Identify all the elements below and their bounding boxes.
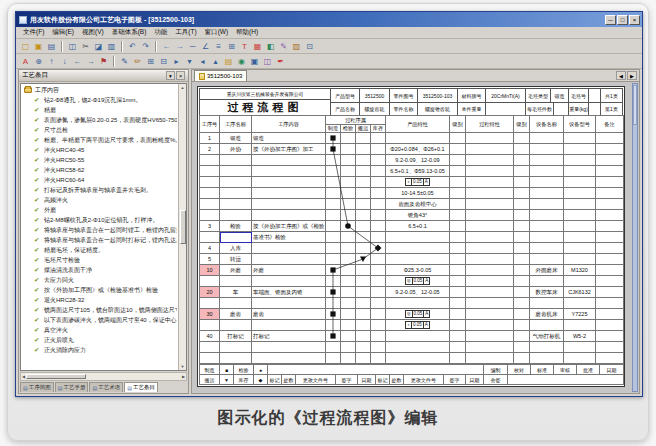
note-cell[interactable] — [596, 254, 624, 265]
flow-symbol-cell[interactable] — [371, 298, 386, 309]
flow-symbol-cell[interactable] — [341, 144, 356, 155]
op-number-cell[interactable] — [200, 342, 220, 353]
equipment-model-cell[interactable] — [564, 210, 596, 221]
op-name-cell[interactable]: 打标记 — [220, 331, 252, 342]
process-characteristic-cell[interactable] — [466, 276, 514, 287]
note-cell[interactable] — [596, 243, 624, 254]
note-cell[interactable] — [596, 342, 624, 353]
equipment-name-cell[interactable] — [530, 199, 564, 210]
flow-symbol-cell[interactable] — [341, 133, 356, 144]
header-field[interactable]: 螺旋齿轮 — [359, 102, 389, 115]
note-cell[interactable] — [596, 331, 624, 342]
note-cell[interactable] — [596, 166, 624, 177]
flow-symbol-cell[interactable] — [371, 144, 386, 155]
op-content-cell[interactable]: 基准书》检验 — [252, 232, 326, 243]
note-cell[interactable] — [596, 199, 624, 210]
equipment-model-cell[interactable] — [564, 298, 596, 309]
flow-symbol-cell[interactable] — [326, 221, 341, 232]
menu-item-6[interactable]: 工具(T) — [171, 28, 200, 37]
equipment-name-cell[interactable] — [530, 298, 564, 309]
op-number-cell[interactable]: 5 — [200, 254, 220, 265]
tree-item[interactable]: ✔将轴承座与轴承盖合在一起同时镗工，粗镗内孔留量。 — [23, 225, 177, 235]
tree-item[interactable]: ✔钻2-M8螺纹孔及2-Φ10定位销孔，打样冲。 — [23, 215, 177, 225]
op-name-cell[interactable] — [220, 298, 252, 309]
flow-symbol-cell[interactable] — [356, 199, 371, 210]
op-content-cell[interactable] — [252, 243, 326, 254]
document-tab[interactable]: 3512500-103 — [194, 70, 247, 81]
copy2-icon[interactable]: ◫ — [262, 55, 274, 67]
flow-symbol-cell[interactable] — [341, 276, 356, 287]
flow-symbol-cell[interactable] — [371, 309, 386, 320]
line-icon[interactable]: ─ — [187, 40, 199, 52]
op-content-cell[interactable]: 磨齿 — [252, 309, 326, 320]
product-characteristic-cell[interactable]: ◎0.05A — [386, 276, 450, 287]
op-number-cell[interactable]: 1 — [200, 133, 220, 144]
op-name-cell[interactable] — [220, 188, 252, 199]
header-field[interactable]: 第1页 — [600, 102, 622, 115]
tree-vertical-scrollbar[interactable]: ▲ ▼ — [178, 84, 186, 370]
note-cell[interactable] — [596, 177, 624, 188]
process-characteristic-cell[interactable] — [466, 144, 514, 155]
tree-item[interactable]: ✔淬火HRC60-64 — [23, 175, 177, 185]
flow-symbol-cell[interactable] — [326, 276, 341, 287]
stamp-icon[interactable]: ▨ — [291, 40, 303, 52]
op-number-cell[interactable]: 3 — [200, 221, 220, 232]
note-cell[interactable] — [596, 144, 624, 155]
op-number-cell[interactable] — [200, 232, 220, 243]
tree-item[interactable]: ✔正火消除内应力 — [23, 345, 177, 355]
equipment-name-cell[interactable] — [530, 210, 564, 221]
tree-item[interactable]: ✔铣两面达尺寸105，铣台阶面达10，铣两侧面达尺寸。 — [23, 305, 177, 315]
flow-symbol-cell[interactable] — [371, 221, 386, 232]
collapse-icon[interactable]: ◂ — [197, 55, 209, 67]
remove-icon[interactable]: ⊟ — [158, 55, 170, 67]
tree-item[interactable]: ✔以下表面渗碳淬火，铣两端面尺寸至40，保证中心对称。 — [23, 315, 177, 325]
flow-symbol-cell[interactable] — [371, 232, 386, 243]
flow-symbol-cell[interactable] — [341, 287, 356, 298]
process-characteristic-cell[interactable] — [466, 320, 514, 331]
process-characteristic-cell[interactable] — [466, 265, 514, 276]
process-characteristic-cell[interactable] — [466, 188, 514, 199]
product-characteristic-cell[interactable] — [386, 232, 450, 243]
level-cell[interactable] — [450, 287, 466, 298]
level-cell[interactable] — [514, 287, 530, 298]
level-cell[interactable] — [514, 331, 530, 342]
op-number-cell[interactable]: 2 — [200, 144, 220, 155]
level-cell[interactable] — [514, 298, 530, 309]
header-field[interactable]: 零件名称 — [389, 102, 417, 115]
op-number-cell[interactable] — [200, 276, 220, 287]
equipment-model-cell[interactable] — [564, 320, 596, 331]
scroll-thumb[interactable] — [180, 210, 186, 244]
flow-symbol-cell[interactable] — [356, 232, 371, 243]
level-cell[interactable] — [514, 210, 530, 221]
note-cell[interactable] — [596, 265, 624, 276]
flow-symbol-cell[interactable] — [356, 287, 371, 298]
op-content-cell[interactable] — [252, 199, 326, 210]
fill-icon[interactable]: ◧ — [265, 40, 277, 52]
flow-symbol-cell[interactable] — [326, 232, 341, 243]
flow-symbol-cell[interactable] — [356, 309, 371, 320]
scroll-right-icon[interactable]: ▶ — [182, 374, 185, 379]
process-characteristic-cell[interactable] — [466, 287, 514, 298]
equipment-model-cell[interactable]: M1320 — [564, 265, 596, 276]
equipment-model-cell[interactable] — [564, 353, 596, 364]
canvas-vertical-scrollbar[interactable] — [632, 83, 638, 392]
level-cell[interactable] — [450, 353, 466, 364]
minimize-button[interactable]: ─ — [605, 15, 616, 25]
op-name-cell[interactable] — [220, 276, 252, 287]
note-cell[interactable] — [596, 232, 624, 243]
panel-tab-工序简图[interactable]: ▤工序简图 — [20, 382, 54, 392]
op-content-cell[interactable] — [252, 353, 326, 364]
text-icon[interactable]: T — [239, 40, 251, 52]
flow-symbol-cell[interactable] — [371, 331, 386, 342]
flow-symbol-cell[interactable] — [371, 265, 386, 276]
menu-item-5[interactable]: 功能 — [150, 28, 171, 37]
product-characteristic-cell[interactable]: 6.5+0.1、Φ59.13-0.05 — [386, 166, 450, 177]
equipment-name-cell[interactable] — [530, 188, 564, 199]
product-characteristic-cell[interactable]: 9.2-0.05、12-0.05 — [386, 287, 450, 298]
header-field[interactable]: 20CrMnTi(A) — [485, 89, 525, 102]
flow-symbol-cell[interactable] — [341, 221, 356, 232]
panel-menu-button[interactable]: ▾ — [166, 71, 175, 80]
note-cell[interactable] — [596, 210, 624, 221]
level-cell[interactable] — [450, 166, 466, 177]
print-icon[interactable]: ◫ — [67, 40, 79, 52]
